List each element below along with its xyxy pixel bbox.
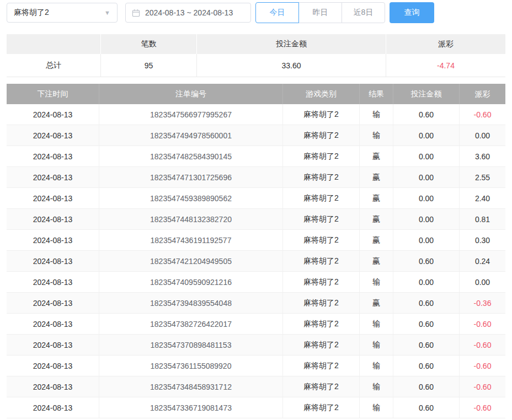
summary-value-cell: 33.60 xyxy=(197,54,386,77)
cell-bet-amount: 0.00 xyxy=(393,230,460,250)
table-row: 2024-08-131823547566977995267麻将胡了2输0.60-… xyxy=(7,104,505,125)
cell-result: 赢 xyxy=(360,167,393,187)
cell-result: 赢 xyxy=(360,188,393,208)
cell-result: 输 xyxy=(360,356,393,376)
game-select-value: 麻将胡了2 xyxy=(14,8,49,18)
date-range-value: 2024-08-13 ~ 2024-08-13 xyxy=(145,8,233,17)
cell-bet-amount: 0.60 xyxy=(393,376,460,397)
chevron-down-icon: ▼ xyxy=(104,9,110,16)
cell-bet-time: 2024-08-13 xyxy=(7,209,99,229)
table-row: 2024-08-131823547494978560001麻将胡了2输0.000… xyxy=(7,125,505,146)
table-row: 2024-08-131823547459389890562麻将胡了2赢0.002… xyxy=(7,188,505,209)
cell-payout: -0.36 xyxy=(460,293,505,313)
quick-date-button[interactable]: 昨日 xyxy=(298,2,342,23)
bet-records-table: 下注时间注单编号游戏类别结果投注金额派彩 2024-08-13182354756… xyxy=(7,84,505,418)
cell-payout: 0.00 xyxy=(460,125,505,146)
cell-payout: -0.60 xyxy=(460,397,505,418)
cell-bet-amount: 0.00 xyxy=(393,146,460,166)
column-header: 投注金额 xyxy=(393,84,460,104)
cell-game-type: 麻将胡了2 xyxy=(283,125,360,146)
cell-bet-id: 1823547566977995267 xyxy=(99,104,283,125)
summary-value-cell: -4.74 xyxy=(386,54,505,77)
cell-bet-time: 2024-08-13 xyxy=(7,188,99,208)
cell-game-type: 麻将胡了2 xyxy=(283,146,360,166)
date-range-input[interactable]: 2024-08-13 ~ 2024-08-13 xyxy=(125,3,251,23)
cell-payout: -0.60 xyxy=(460,356,505,376)
table-row: 2024-08-131823547482584390145麻将胡了2赢0.003… xyxy=(7,146,505,167)
table-row: 2024-08-131823547361155089920麻将胡了2输0.60-… xyxy=(7,356,505,376)
table-row: 2024-08-131823547348458931712麻将胡了2输0.60-… xyxy=(7,376,505,397)
table-row: 2024-08-131823547448132382720麻将胡了2赢0.000… xyxy=(7,209,505,230)
cell-game-type: 麻将胡了2 xyxy=(283,209,360,229)
calendar-icon xyxy=(132,9,140,17)
cell-payout: 2.55 xyxy=(460,167,505,187)
column-header: 派彩 xyxy=(460,84,505,104)
cell-bet-time: 2024-08-13 xyxy=(7,397,99,418)
cell-bet-time: 2024-08-13 xyxy=(7,251,99,271)
column-header: 结果 xyxy=(360,84,393,104)
cell-result: 赢 xyxy=(360,209,393,229)
cell-result: 输 xyxy=(360,272,393,292)
summary-total-row: 总计9533.60-4.74 xyxy=(7,54,505,77)
cell-bet-id: 1823547382726422017 xyxy=(99,314,283,334)
cell-payout: 0.81 xyxy=(460,209,505,229)
cell-payout: 0.24 xyxy=(460,251,505,271)
cell-game-type: 麻将胡了2 xyxy=(283,104,360,125)
cell-game-type: 麻将胡了2 xyxy=(283,335,360,355)
cell-result: 输 xyxy=(360,376,393,397)
cell-payout: 0.30 xyxy=(460,230,505,250)
column-header: 注单编号 xyxy=(99,84,283,104)
cell-bet-time: 2024-08-13 xyxy=(7,335,99,355)
cell-game-type: 麻将胡了2 xyxy=(283,376,360,397)
cell-bet-amount: 0.60 xyxy=(393,293,460,313)
cell-bet-id: 1823547459389890562 xyxy=(99,188,283,208)
cell-payout: 3.60 xyxy=(460,146,505,166)
cell-bet-amount: 0.60 xyxy=(393,335,460,355)
table-row: 2024-08-131823547409590921216麻将胡了2输0.000… xyxy=(7,272,505,293)
summary-header-cell: 派彩 xyxy=(386,34,505,54)
cell-bet-time: 2024-08-13 xyxy=(7,376,99,397)
cell-bet-id: 1823547436191192577 xyxy=(99,230,283,250)
cell-bet-id: 1823547348458931712 xyxy=(99,376,283,397)
cell-bet-amount: 0.00 xyxy=(393,188,460,208)
filter-bar: 麻将胡了2 ▼ 2024-08-13 ~ 2024-08-13 今日昨日近8日 … xyxy=(0,0,512,23)
cell-game-type: 麻将胡了2 xyxy=(283,188,360,208)
summary-header-cell: 笔数 xyxy=(101,34,197,54)
column-header: 游戏类别 xyxy=(283,84,360,104)
cell-result: 赢 xyxy=(360,146,393,166)
quick-date-group: 今日昨日近8日 xyxy=(255,2,385,23)
cell-game-type: 麻将胡了2 xyxy=(283,272,360,292)
summary-header-cell: 投注金额 xyxy=(197,34,386,54)
table-row: 2024-08-131823547336719081473麻将胡了2输0.60-… xyxy=(7,397,505,418)
cell-game-type: 麻将胡了2 xyxy=(283,314,360,334)
cell-game-type: 麻将胡了2 xyxy=(283,293,360,313)
game-select[interactable]: 麻将胡了2 ▼ xyxy=(7,3,118,23)
summary-table: 笔数投注金额派彩 总计9533.60-4.74 xyxy=(7,34,505,77)
cell-result: 输 xyxy=(360,314,393,334)
cell-bet-id: 1823547471301725696 xyxy=(99,167,283,187)
cell-bet-id: 1823547448132382720 xyxy=(99,209,283,229)
cell-result: 输 xyxy=(360,125,393,146)
table-row: 2024-08-131823547471301725696麻将胡了2赢0.002… xyxy=(7,167,505,188)
cell-bet-time: 2024-08-13 xyxy=(7,167,99,187)
cell-bet-id: 1823547336719081473 xyxy=(99,397,283,418)
cell-payout: 0.00 xyxy=(460,272,505,292)
cell-bet-time: 2024-08-13 xyxy=(7,272,99,292)
cell-bet-amount: 0.00 xyxy=(393,167,460,187)
cell-bet-amount: 0.60 xyxy=(393,397,460,418)
cell-bet-amount: 0.00 xyxy=(393,272,460,292)
cell-bet-id: 1823547361155089920 xyxy=(99,356,283,376)
cell-game-type: 麻将胡了2 xyxy=(283,397,360,418)
cell-result: 输 xyxy=(360,397,393,418)
cell-bet-amount: 0.60 xyxy=(393,314,460,334)
cell-bet-time: 2024-08-13 xyxy=(7,146,99,166)
quick-date-button[interactable]: 今日 xyxy=(255,2,299,23)
quick-date-button[interactable]: 近8日 xyxy=(342,2,385,23)
cell-result: 赢 xyxy=(360,251,393,271)
column-header: 下注时间 xyxy=(7,84,99,104)
cell-bet-id: 1823547370898481153 xyxy=(99,335,283,355)
search-button[interactable]: 查询 xyxy=(390,2,434,23)
cell-bet-id: 1823547482584390145 xyxy=(99,146,283,166)
table-row: 2024-08-131823547421204949505麻将胡了2赢0.600… xyxy=(7,251,505,272)
table-body: 2024-08-131823547566977995267麻将胡了2输0.60-… xyxy=(7,104,505,418)
